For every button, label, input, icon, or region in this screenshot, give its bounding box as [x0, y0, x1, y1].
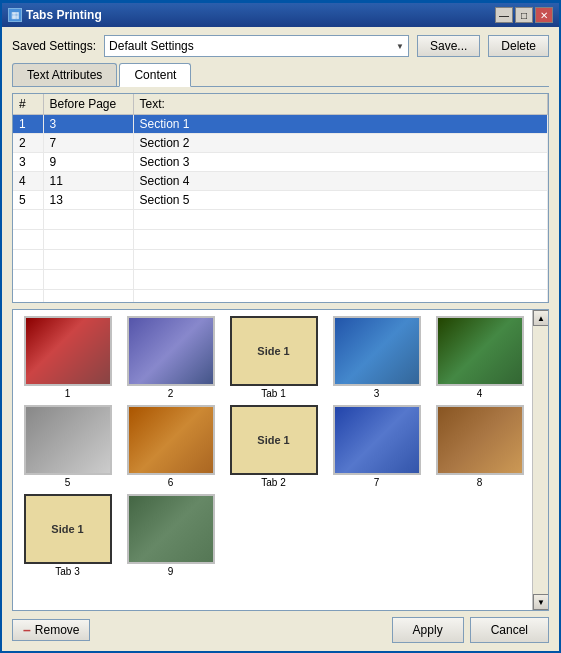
thumbnail-label: 5	[65, 477, 71, 488]
action-buttons: Apply Cancel	[392, 617, 549, 643]
list-item[interactable]: 7	[328, 405, 425, 488]
thumbnail-label: 6	[168, 477, 174, 488]
cell-num: 3	[13, 153, 43, 172]
tab-thumb-content: Side 1	[26, 496, 110, 562]
thumbnail-label: 9	[168, 566, 174, 577]
tab-text-attributes[interactable]: Text Attributes	[12, 63, 117, 86]
title-bar-left: ▦ Tabs Printing	[8, 8, 102, 22]
thumbnail-image	[436, 405, 524, 475]
thumbnail-label: Tab 3	[55, 566, 79, 577]
list-item[interactable]: Side 1Tab 3	[19, 494, 116, 577]
table-row[interactable]: 1 3 Section 1	[13, 115, 548, 134]
bottom-row: – Remove Apply Cancel	[12, 617, 549, 643]
cell-num: 5	[13, 191, 43, 210]
list-item[interactable]: 6	[122, 405, 219, 488]
cell-before-page: 7	[43, 134, 133, 153]
list-item[interactable]: 4	[431, 316, 528, 399]
col-header-before-page: Before Page	[43, 94, 133, 115]
scroll-up-button[interactable]: ▲	[533, 310, 549, 326]
tabs-row: Text Attributes Content	[12, 63, 549, 87]
save-button[interactable]: Save...	[417, 35, 480, 57]
minimize-button[interactable]: —	[495, 7, 513, 23]
content-table: # Before Page Text: 1 3 Section 1 2 7 Se…	[13, 94, 548, 303]
window-title: Tabs Printing	[26, 8, 102, 22]
scrollbar: ▲ ▼	[532, 310, 548, 610]
tab-thumb-content: Side 1	[232, 318, 316, 384]
thumbnail-label: Tab 1	[261, 388, 285, 399]
list-item[interactable]: 5	[19, 405, 116, 488]
thumbnail-image	[127, 405, 215, 475]
table-row-empty	[13, 270, 548, 290]
saved-settings-combo[interactable]: Default Settings ▼	[104, 35, 409, 57]
table-row[interactable]: 4 11 Section 4	[13, 172, 548, 191]
scroll-thumb[interactable]	[533, 326, 548, 594]
thumbnail-image	[333, 316, 421, 386]
remove-button[interactable]: – Remove	[12, 619, 90, 641]
remove-icon: –	[23, 622, 31, 638]
page-thumb-content	[438, 407, 522, 473]
cell-text: Section 2	[133, 134, 548, 153]
cell-num: 4	[13, 172, 43, 191]
page-thumb-content	[335, 407, 419, 473]
page-thumb-content	[438, 318, 522, 384]
page-thumb-content	[129, 407, 213, 473]
cancel-button[interactable]: Cancel	[470, 617, 549, 643]
list-item[interactable]: 8	[431, 405, 528, 488]
table-row[interactable]: 2 7 Section 2	[13, 134, 548, 153]
thumbnail-image	[333, 405, 421, 475]
delete-button[interactable]: Delete	[488, 35, 549, 57]
table-row-empty	[13, 230, 548, 250]
thumbnail-panel: 12Side 1Tab 13456Side 1Tab 278Side 1Tab …	[12, 309, 549, 611]
thumbnail-image	[436, 316, 524, 386]
thumbnail-image	[24, 316, 112, 386]
maximize-button[interactable]: □	[515, 7, 533, 23]
page-thumb-content	[26, 407, 110, 473]
table-row-empty	[13, 250, 548, 270]
cell-text: Section 1	[133, 115, 548, 134]
combo-value: Default Settings	[109, 39, 194, 53]
thumbnail-label: 3	[374, 388, 380, 399]
cell-num: 2	[13, 134, 43, 153]
cell-text: Section 3	[133, 153, 548, 172]
page-thumb-content	[335, 318, 419, 384]
list-item[interactable]: 1	[19, 316, 116, 399]
table-row[interactable]: 5 13 Section 5	[13, 191, 548, 210]
main-window: ▦ Tabs Printing — □ ✕ Saved Settings: De…	[0, 0, 561, 653]
list-item[interactable]: 3	[328, 316, 425, 399]
thumbnail-label: 7	[374, 477, 380, 488]
title-controls: — □ ✕	[495, 7, 553, 23]
list-item[interactable]: 2	[122, 316, 219, 399]
cell-before-page: 3	[43, 115, 133, 134]
title-bar: ▦ Tabs Printing — □ ✕	[2, 3, 559, 27]
list-item[interactable]: Side 1Tab 1	[225, 316, 322, 399]
list-item[interactable]: Side 1Tab 2	[225, 405, 322, 488]
close-button[interactable]: ✕	[535, 7, 553, 23]
thumbnail-label: 8	[477, 477, 483, 488]
tab-content[interactable]: Content	[119, 63, 191, 87]
thumbnail-scroll-area[interactable]: 12Side 1Tab 13456Side 1Tab 278Side 1Tab …	[13, 310, 548, 610]
cell-before-page: 9	[43, 153, 133, 172]
col-header-text: Text:	[133, 94, 548, 115]
thumbnail-image: Side 1	[230, 316, 318, 386]
cell-text: Section 4	[133, 172, 548, 191]
page-thumb-content	[129, 496, 213, 562]
thumbnail-image	[24, 405, 112, 475]
content-area: Saved Settings: Default Settings ▼ Save.…	[2, 27, 559, 651]
apply-button[interactable]: Apply	[392, 617, 464, 643]
thumbnail-image	[127, 494, 215, 564]
list-item[interactable]: 9	[122, 494, 219, 577]
cell-text: Section 5	[133, 191, 548, 210]
saved-settings-row: Saved Settings: Default Settings ▼ Save.…	[12, 35, 549, 57]
app-icon: ▦	[8, 8, 22, 22]
thumbnail-image: Side 1	[24, 494, 112, 564]
cell-before-page: 13	[43, 191, 133, 210]
table-row[interactable]: 3 9 Section 3	[13, 153, 548, 172]
table-container: # Before Page Text: 1 3 Section 1 2 7 Se…	[12, 93, 549, 303]
scroll-down-button[interactable]: ▼	[533, 594, 549, 610]
page-thumb-content	[26, 318, 110, 384]
table-row-empty	[13, 210, 548, 230]
tab-thumb-content: Side 1	[232, 407, 316, 473]
saved-settings-label: Saved Settings:	[12, 39, 96, 53]
cell-num: 1	[13, 115, 43, 134]
page-thumb-content	[129, 318, 213, 384]
